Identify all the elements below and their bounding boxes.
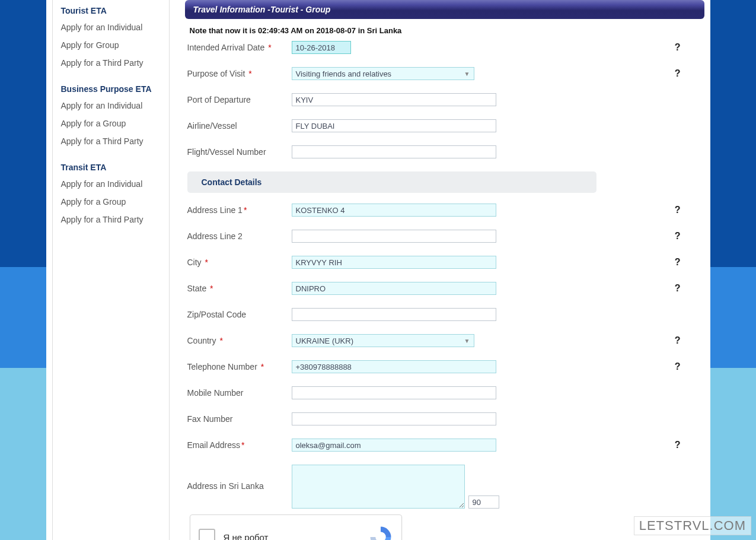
row-zip: Zip/Postal Code [187,308,704,321]
label-zip: Zip/Postal Code [187,310,292,319]
main-panel: Travel Information -Tourist - Group Note… [170,0,710,540]
input-zip[interactable] [292,308,496,321]
textarea-address-srilanka[interactable] [292,465,465,509]
select-country-value: UKRAINE (UKR) [296,336,354,345]
label-email-text: Email Address [187,440,240,450]
label-flight: Flight/Vessel Number [187,147,292,157]
required-mark: * [246,69,251,78]
label-purpose: Purpose of Visit * [187,69,292,78]
row-country: Country * UKRAINE (UKR) ▼ ? [187,334,704,347]
help-icon[interactable]: ? [675,205,681,215]
row-address-srilanka: Address in Sri Lanka [187,465,704,509]
sidebar-link-business-individual[interactable]: Apply for an Individual [61,101,161,110]
input-arrival-date[interactable] [292,41,351,54]
row-fax: Fax Number [187,412,704,425]
recaptcha-widget: Я не робот [190,514,402,540]
sidebar-heading-business: Business Purpose ETA [61,84,161,94]
sidebar-section-tourist: Tourist ETA Apply for an Individual Appl… [61,6,161,68]
row-addr1: Address Line 1* ? [187,204,704,217]
label-addr1-text: Address Line 1 [187,205,243,215]
chevron-down-icon: ▼ [464,71,470,77]
input-addr1[interactable] [292,204,496,217]
input-airline[interactable] [292,119,496,132]
input-email[interactable] [292,439,496,452]
row-state: State * ? [187,282,704,295]
required-mark: * [241,440,244,450]
row-telephone: Telephone Number * ? [187,360,704,373]
input-char-counter[interactable] [468,495,499,509]
recaptcha-label: Я не робот [224,532,368,541]
input-telephone[interactable] [292,360,496,373]
sidebar-link-business-thirdparty[interactable]: Apply for a Third Party [61,136,161,146]
input-port[interactable] [292,93,496,106]
sidebar: Tourist ETA Apply for an Individual Appl… [52,0,170,540]
page-container: Tourist ETA Apply for an Individual Appl… [46,0,710,540]
label-purpose-text: Purpose of Visit [187,69,245,78]
help-icon[interactable]: ? [675,283,681,293]
sidebar-link-transit-individual[interactable]: Apply for an Individual [61,179,161,189]
label-arrival-date-text: Intended Arrival Date [187,43,265,52]
sidebar-link-tourist-group[interactable]: Apply for Group [61,40,161,50]
sidebar-link-transit-group[interactable]: Apply for a Group [61,197,161,207]
chevron-down-icon: ▼ [464,338,470,344]
label-telephone-text: Telephone Number [187,362,257,371]
row-addr2: Address Line 2 ? [187,230,704,243]
help-icon[interactable]: ? [675,257,681,267]
help-icon[interactable]: ? [675,68,681,78]
row-city: City * ? [187,256,704,269]
required-mark: * [203,258,208,267]
help-icon[interactable]: ? [675,361,681,371]
label-addr1: Address Line 1* [187,205,292,215]
label-email: Email Address* [187,440,292,450]
sidebar-link-tourist-thirdparty[interactable]: Apply for a Third Party [61,58,161,68]
label-telephone: Telephone Number * [187,362,292,371]
row-airline: Airline/Vessel [187,119,704,132]
sidebar-link-business-group[interactable]: Apply for a Group [61,119,161,128]
input-state[interactable] [292,282,496,295]
required-mark: * [218,336,223,345]
input-fax[interactable] [292,412,496,425]
input-flight[interactable] [292,145,496,158]
label-city-text: City [187,258,202,267]
panel-title: Travel Information -Tourist - Group [185,0,704,19]
select-purpose[interactable]: Visiting friends and relatives ▼ [292,67,474,80]
required-mark: * [244,205,247,215]
row-purpose: Purpose of Visit * Visiting friends and … [187,67,704,80]
row-arrival-date: Intended Arrival Date * ? [187,41,704,54]
watermark: LETSTRVL.COM [634,516,751,535]
required-mark: * [208,284,213,293]
sidebar-section-business: Business Purpose ETA Apply for an Indivi… [61,84,161,146]
recaptcha-checkbox[interactable] [199,529,215,540]
row-mobile: Mobile Number [187,386,704,399]
input-city[interactable] [292,256,496,269]
label-port: Port of Departure [187,95,292,104]
row-flight: Flight/Vessel Number [187,145,704,158]
help-icon[interactable]: ? [675,42,681,52]
sidebar-link-transit-thirdparty[interactable]: Apply for a Third Party [61,215,161,224]
sidebar-link-tourist-individual[interactable]: Apply for an Individual [61,23,161,32]
label-address-srilanka: Address in Sri Lanka [187,465,292,491]
select-country[interactable]: UKRAINE (UKR) ▼ [292,334,474,347]
label-mobile: Mobile Number [187,388,292,398]
label-state-text: State [187,284,207,293]
required-mark: * [266,43,271,52]
help-icon[interactable]: ? [675,335,681,345]
input-addr2[interactable] [292,230,496,243]
server-time-note: Note that now it is 02:49:43 AM on 2018-… [185,23,704,41]
section-contact-details: Contact Details [187,171,596,193]
help-icon[interactable]: ? [675,231,681,241]
sidebar-heading-tourist: Tourist ETA [61,6,161,15]
label-airline: Airline/Vessel [187,121,292,131]
label-arrival-date: Intended Arrival Date * [187,43,292,52]
row-email: Email Address* ? [187,439,704,452]
label-state: State * [187,284,292,293]
input-mobile[interactable] [292,386,496,399]
help-icon[interactable]: ? [675,440,681,450]
label-city: City * [187,258,292,267]
label-fax: Fax Number [187,414,292,424]
select-purpose-value: Visiting friends and relatives [296,69,392,78]
label-country: Country * [187,336,292,345]
sidebar-section-transit: Transit ETA Apply for an Individual Appl… [61,163,161,224]
label-country-text: Country [187,336,216,345]
recaptcha-logo-icon [368,525,393,540]
